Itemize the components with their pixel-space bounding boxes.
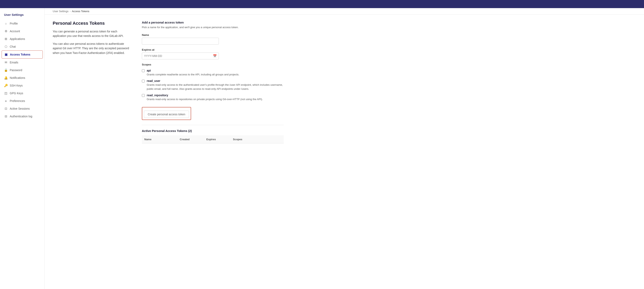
scope-text-read_user: read_userGrants read-only access to the … bbox=[147, 79, 284, 91]
sidebar-item-applications[interactable]: ⊞Applications bbox=[0, 35, 44, 43]
sidebar-item-label-preferences: Preferences bbox=[10, 99, 25, 102]
sidebar-item-notifications[interactable]: 🔔Notifications bbox=[0, 74, 44, 82]
gpg-keys-icon: ⚿ bbox=[4, 92, 8, 95]
scope-desc-read_repository: Grants read-only access to repositories … bbox=[147, 98, 263, 101]
sidebar-item-label-password: Password bbox=[10, 68, 22, 72]
scope-item-api: apiGrants complete read/write access to … bbox=[142, 69, 284, 76]
sidebar-item-label-applications: Applications bbox=[10, 37, 25, 40]
sidebar-item-profile[interactable]: ○Profile bbox=[0, 20, 44, 27]
table-header: NameCreatedExpiresScopes bbox=[142, 136, 284, 144]
scopes-group: Scopes apiGrants complete read/write acc… bbox=[142, 63, 284, 101]
page-description-1: You can generate a personal access token… bbox=[53, 29, 130, 38]
table-header-name: Name bbox=[142, 137, 177, 142]
sidebar-item-label-ssh-keys: SSH Keys bbox=[10, 84, 23, 87]
chat-icon: ⬡ bbox=[4, 45, 8, 48]
scope-checkbox-read_repository[interactable] bbox=[142, 94, 145, 97]
sidebar-item-label-profile: Profile bbox=[10, 22, 18, 25]
auth-log-icon: ⊟ bbox=[4, 114, 8, 118]
table-header-scopes: Scopes bbox=[230, 137, 266, 142]
active-sessions-icon: ⊡ bbox=[4, 107, 8, 110]
calendar-icon: 📅 bbox=[213, 54, 217, 58]
notifications-icon: 🔔 bbox=[4, 76, 8, 80]
sidebar-title: User Settings bbox=[0, 11, 44, 20]
name-input[interactable] bbox=[142, 38, 219, 44]
scope-item-read_user: read_userGrants read-only access to the … bbox=[142, 79, 284, 91]
emails-icon: ✉ bbox=[4, 60, 8, 64]
page-title: Personal Access Tokens bbox=[53, 21, 130, 26]
scope-checkbox-api[interactable] bbox=[142, 69, 145, 72]
sidebar-item-access-tokens[interactable]: ▣Access Tokens bbox=[2, 50, 43, 58]
breadcrumb: User Settings › Access Tokens bbox=[44, 8, 644, 14]
table-header-expires: Expires bbox=[204, 137, 230, 142]
sidebar-item-ssh-keys[interactable]: 🔑SSH Keys bbox=[0, 82, 44, 90]
sidebar-item-chat[interactable]: ⬡Chat bbox=[0, 43, 44, 50]
right-column: Add a personal access token Pick a name … bbox=[142, 21, 284, 144]
sidebar-item-label-auth-log: Authentication log bbox=[10, 115, 32, 118]
account-icon: ⚙ bbox=[4, 30, 8, 33]
left-column: Personal Access Tokens You can generate … bbox=[53, 21, 130, 144]
scopes-label: Scopes bbox=[142, 63, 284, 66]
sidebar-item-label-gpg-keys: GPG Keys bbox=[10, 92, 23, 95]
scope-text-read_repository: read_repositoryGrants read-only access t… bbox=[147, 94, 263, 101]
page-description-2: You can also use personal access tokens … bbox=[53, 42, 130, 55]
scope-checkbox-read_user[interactable] bbox=[142, 80, 145, 82]
tokens-table: NameCreatedExpiresScopes bbox=[142, 136, 284, 144]
scope-name-read_repository: read_repository bbox=[147, 94, 263, 97]
expires-label: Expires at bbox=[142, 48, 284, 51]
sidebar: User Settings ○Profile⚙Account⊞Applicati… bbox=[0, 8, 44, 289]
applications-icon: ⊞ bbox=[4, 37, 8, 41]
sidebar-item-emails[interactable]: ✉Emails bbox=[0, 58, 44, 66]
add-section-title: Add a personal access token bbox=[142, 21, 284, 24]
access-tokens-icon: ▣ bbox=[4, 53, 8, 56]
breadcrumb-separator: › bbox=[70, 10, 70, 13]
sidebar-item-gpg-keys[interactable]: ⚿GPG Keys bbox=[0, 90, 44, 97]
divider bbox=[142, 125, 284, 125]
profile-icon: ○ bbox=[4, 22, 8, 25]
active-tokens-heading: Active Personal Access Tokens (2) bbox=[142, 129, 284, 132]
name-label: Name bbox=[142, 34, 284, 36]
sidebar-item-label-emails: Emails bbox=[10, 61, 18, 64]
scope-desc-api: Grants complete read/write access to the… bbox=[147, 73, 239, 76]
sidebar-item-label-chat: Chat bbox=[10, 45, 16, 48]
top-bar bbox=[0, 0, 644, 8]
sidebar-item-auth-log[interactable]: ⊟Authentication log bbox=[0, 112, 44, 120]
scope-name-read_user: read_user bbox=[147, 79, 284, 82]
sidebar-item-preferences[interactable]: ≡Preferences bbox=[0, 97, 44, 105]
expires-input[interactable] bbox=[142, 52, 219, 60]
main-content: User Settings › Access Tokens Personal A… bbox=[44, 8, 644, 289]
scope-name-api: api bbox=[147, 69, 239, 72]
scope-item-read_repository: read_repositoryGrants read-only access t… bbox=[142, 94, 284, 101]
sidebar-item-label-access-tokens: Access Tokens bbox=[10, 53, 30, 56]
sidebar-item-account[interactable]: ⚙Account bbox=[0, 27, 44, 35]
add-section-desc: Pick a name for the application, and we'… bbox=[142, 25, 284, 30]
date-input-wrapper: 📅 bbox=[142, 52, 219, 60]
sidebar-item-password[interactable]: 🔒Password bbox=[0, 66, 44, 74]
sidebar-item-label-account: Account bbox=[10, 30, 20, 33]
create-button-wrapper: Create personal access token bbox=[142, 107, 191, 120]
scope-desc-read_user: Grants read-only access to the authentic… bbox=[147, 83, 283, 90]
sidebar-item-active-sessions[interactable]: ⊡Active Sessions bbox=[0, 105, 44, 112]
breadcrumb-parent: User Settings bbox=[53, 10, 68, 13]
ssh-keys-icon: 🔑 bbox=[4, 84, 8, 87]
sidebar-item-label-notifications: Notifications bbox=[10, 76, 25, 80]
table-header-created: Created bbox=[177, 137, 204, 142]
expires-group: Expires at 📅 bbox=[142, 48, 284, 60]
sidebar-item-label-active-sessions: Active Sessions bbox=[10, 107, 30, 110]
preferences-icon: ≡ bbox=[4, 99, 8, 103]
create-token-button[interactable]: Create personal access token bbox=[144, 111, 189, 118]
name-group: Name bbox=[142, 34, 284, 44]
password-icon: 🔒 bbox=[4, 68, 8, 72]
breadcrumb-current: Access Tokens bbox=[72, 10, 89, 13]
scope-text-api: apiGrants complete read/write access to … bbox=[147, 69, 239, 76]
